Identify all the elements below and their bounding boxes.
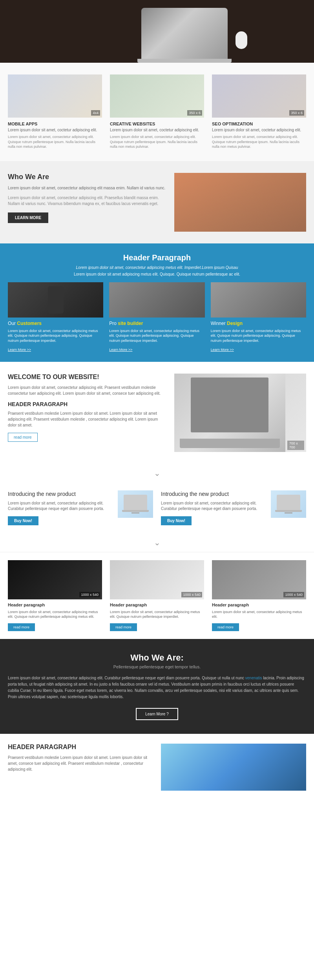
product-content-2: Introducing the new product Lorem ipsum … [161, 490, 266, 525]
product-desc-2: Lorem ipsum dolor sit amet, consectetur … [161, 501, 266, 512]
blog-item-2: 1000 x 540 Header paragraph Lorem ipsum … [110, 560, 204, 631]
dark-who-title: Who We Are: [8, 653, 306, 663]
service-title-2: CREATIVE WEBSITES [110, 122, 204, 126]
blog-title-2: Header paragraph [110, 603, 204, 607]
blog-img-label-1: 1000 x 540 [79, 592, 100, 597]
who-title-plain: Who [8, 173, 25, 181]
who-we-are-image-inner [174, 173, 306, 232]
blog-image-3: 1000 x 540 [212, 560, 306, 599]
product-item-1: Introducing the new product Lorem ipsum … [8, 490, 153, 525]
blue-card-link-1[interactable]: Learn More >> [8, 348, 31, 352]
service-title-1: MOBILE APPS [8, 122, 102, 126]
phone-icon [48, 286, 64, 314]
laptop-base [180, 439, 280, 448]
blue-card-title-highlight-2: site builder [118, 321, 143, 326]
blue-card-winner-design: Winner Design Lorem ipsum dolor sit amet… [211, 282, 306, 352]
footer-header-section: HEADER PARAGRAPH Praesent vestibulum mol… [0, 734, 314, 800]
blog-desc-1: Lorem ipsum dolor sit amet, consectetur … [8, 610, 102, 619]
dark-who-learn-more-button[interactable]: Learn More ? [136, 708, 178, 720]
service-subtitle-3: Lorem ipsum dolor sit amet, coctetur adi… [212, 128, 306, 132]
service-item-seo: 350 x 6 SEO OPTIMIZATION Lorem ipsum dol… [212, 74, 306, 149]
blue-card-title-highlight-1: Customers [17, 321, 42, 326]
blog-grid: 1000 x 540 Header paragraph Lorem ipsum … [8, 560, 306, 631]
laptop-screen [191, 377, 268, 432]
blue-card-desc-2: Lorem ipsum dolor sit amet, consectetur … [109, 328, 204, 343]
hero-section [0, 0, 314, 63]
who-we-are-content: Who We Are Lorem ipsum dolor sit amet, c… [8, 173, 166, 223]
welcome-plain: WELCOME [8, 374, 42, 380]
blog-img-label-2: 1000 x 540 [181, 592, 202, 597]
chevron-down-icon: ⌄ [154, 469, 161, 477]
welcome-image: 700 x 700 [174, 374, 306, 452]
service-desc-3: Lorem ipsum dolor sit amet, consectetur … [212, 134, 306, 149]
welcome-section: WELCOME TO OUR WEBSITE! Lorem ipsum dolo… [0, 362, 314, 464]
blue-card-title-plain-2: Pro [109, 321, 118, 326]
welcome-img-label: 700 x 700 [287, 441, 304, 450]
blue-card-link-2[interactable]: Learn More >> [109, 348, 132, 352]
blog-desc-3: Lorem ipsum dolor sit amet, consectetur … [212, 610, 306, 619]
blue-card-image-2 [109, 282, 204, 318]
chevron-divider-2: ⌄ [0, 533, 314, 552]
service-title-3: SEO OPTIMIZATION [212, 122, 306, 126]
footer-header-title: HEADER PARAGRAPH [8, 744, 153, 751]
who-we-are-learn-more-button[interactable]: LEARN MORE [8, 212, 48, 223]
dark-who-subtitle: Pellentesque pellentesque eget tempor te… [8, 664, 306, 669]
blue-card-title-plain-1: Our [8, 321, 17, 326]
blue-cards-grid: Our Customers Lorem ipsum dolor sit amet… [8, 282, 306, 352]
blog-read-more-button-2[interactable]: read more [110, 623, 137, 631]
service-desc-1: Lorem ipsum dolor sit amet, consectetur … [8, 134, 102, 149]
blue-section-subtitle: Lorem ipsum dolor sit amet, consectetur … [8, 265, 306, 270]
blue-section-header: Header Paragraph Lorem ipsum dolor sit a… [8, 253, 306, 276]
blue-card-title-1: Our Customers [8, 321, 103, 326]
buy-button-1[interactable]: Buy Now! [8, 516, 38, 525]
blog-image-2: 1000 x 540 [110, 560, 204, 599]
welcome-text1: Lorem ipsum dolor sit amet, consectetur … [8, 385, 166, 396]
hero-mouse-image [236, 31, 247, 49]
blue-card-desc-1: Lorem ipsum dolor sit amet, consectetur … [8, 328, 103, 343]
product-content-1: Introducing the new product Lorem ipsum … [8, 490, 113, 525]
service-img-label-3: 350 x 6 [289, 110, 304, 116]
service-item-mobile-apps: 4x4 MOBILE APPS Lorem ipsum dolor sit am… [8, 74, 102, 149]
service-desc-2: Lorem ipsum dolor sit amet, consectetur … [110, 134, 204, 149]
who-we-are-section: Who We Are Lorem ipsum dolor sit amet, c… [0, 161, 314, 243]
blog-img-label-3: 1000 x 540 [283, 592, 304, 597]
dark-who-title-text: Who We Are: [130, 653, 184, 662]
who-we-are-text1: Lorem ipsum dolor sit amet, consectetur … [8, 185, 166, 191]
welcome-title: WELCOME TO OUR WEBSITE! [8, 374, 166, 381]
who-we-are-title: Who We Are [8, 173, 166, 181]
service-item-creative: 350 x 6 CREATIVE WEBSITES Lorem ipsum do… [110, 74, 204, 149]
products-section: Introducing the new product Lorem ipsum … [0, 483, 314, 533]
blog-title-3: Header paragraph [212, 603, 306, 607]
blog-read-more-button-3[interactable]: read more [212, 623, 239, 631]
dark-who-link[interactable]: venenatis [245, 676, 262, 680]
dark-who-text: Lorem ipsum dolor sit amet, consectetur … [8, 675, 306, 700]
blog-image-1: 1000 x 540 [8, 560, 102, 599]
chevron-divider-1: ⌄ [0, 464, 314, 483]
blue-card-site-builder: Pro site builder Lorem ipsum dolor sit a… [109, 282, 204, 352]
blue-card-title-3: Winner Design [211, 321, 306, 326]
service-image-creative: 350 x 6 [110, 74, 204, 118]
blue-card-link-3[interactable]: Learn More >> [211, 348, 234, 352]
welcome-read-more-button[interactable]: read more [8, 433, 38, 442]
product-desc-1: Lorem ipsum dolor sit amet, consectetur … [8, 501, 113, 512]
service-image-seo: 350 x 6 [212, 74, 306, 118]
welcome-laptop-visual [174, 374, 285, 452]
blue-card-customers: Our Customers Lorem ipsum dolor sit amet… [8, 282, 103, 352]
blog-section: 1000 x 540 Header paragraph Lorem ipsum … [0, 552, 314, 639]
blog-read-more-button-1[interactable]: read more [8, 623, 35, 631]
blue-card-image-1 [8, 282, 103, 318]
blue-section-desc: Lorem ipsum dolor sit amet adipiscing me… [8, 272, 306, 276]
who-we-are-text2: Lorem ipsum dolor sit amet, consectetur … [8, 195, 166, 207]
who-title-bold: We Are [25, 173, 49, 181]
blue-section: Header Paragraph Lorem ipsum dolor sit a… [0, 243, 314, 362]
buy-button-2[interactable]: Buy Now! [161, 516, 192, 525]
footer-header-image [161, 744, 306, 791]
services-grid: 4x4 MOBILE APPS Lorem ipsum dolor sit am… [8, 74, 306, 149]
blue-card-desc-3: Lorem ipsum dolor sit amet, consectetur … [211, 328, 306, 343]
service-img-label-2: 350 x 6 [187, 110, 202, 116]
welcome-header-paragraph: HEADER PARAGRAPH [8, 401, 166, 407]
hero-laptop-image [141, 8, 228, 59]
service-subtitle-2: Lorem ipsum dolor sit amet, coctetur adi… [110, 128, 204, 132]
service-image-mobile: 4x4 [8, 74, 102, 118]
product-image-1 [118, 490, 153, 518]
